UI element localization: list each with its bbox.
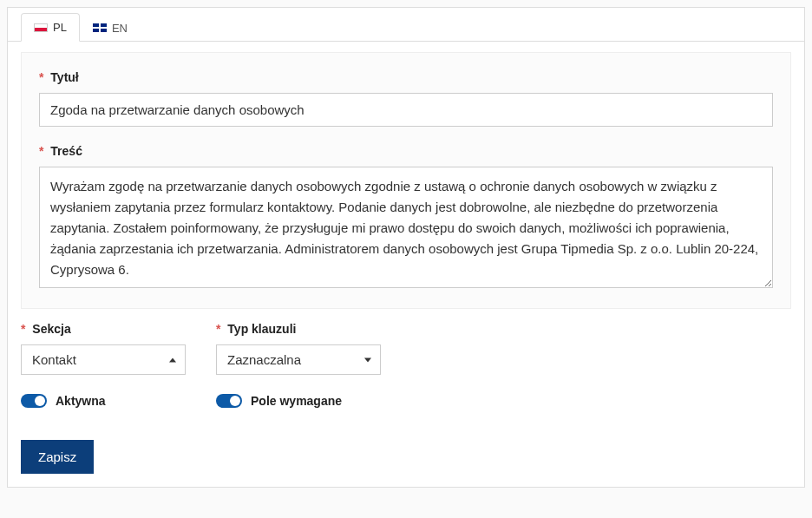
section-label: * Sekcja <box>21 322 199 336</box>
tab-content-pl: * Tytuł * Treść Wyrażam zgodę na przetwa… <box>21 52 791 309</box>
form-footer: Zapisz <box>8 427 804 487</box>
title-label: * Tytuł <box>39 70 773 84</box>
required-toggle-label: Pole wymagane <box>251 394 342 408</box>
flag-en-icon <box>93 23 107 32</box>
tab-pl-label: PL <box>53 21 67 34</box>
content-field: * Treść Wyrażam zgodę na przetwarzanie d… <box>39 144 773 291</box>
chevron-down-icon <box>364 357 371 362</box>
toggles-row: Aktywna Pole wymagane <box>8 394 804 408</box>
clause-type-label: * Typ klauzuli <box>216 322 394 336</box>
language-tabs: PL EN <box>8 8 804 42</box>
chevron-up-icon <box>169 357 176 362</box>
title-field: * Tytuł <box>39 70 773 127</box>
save-button[interactable]: Zapisz <box>21 440 94 474</box>
form-container: PL EN * Tytuł * Treść Wyrażam zgodę na p… <box>7 7 805 488</box>
options-row: * Sekcja Kontakt * Typ klauzuli Zaznacza… <box>8 322 804 375</box>
clause-type-field: * Typ klauzuli Zaznaczalna <box>216 322 394 375</box>
active-toggle[interactable] <box>21 394 47 408</box>
required-star-icon: * <box>39 70 43 84</box>
content-textarea[interactable]: Wyrażam zgodę na przetwarzanie danych os… <box>39 167 773 288</box>
content-label: * Treść <box>39 144 773 158</box>
required-star-icon: * <box>216 322 220 336</box>
active-toggle-label: Aktywna <box>56 394 106 408</box>
section-select[interactable]: Kontakt <box>21 344 186 375</box>
tab-en-label: EN <box>112 22 128 35</box>
clause-type-value: Zaznaczalna <box>227 352 301 367</box>
section-field: * Sekcja Kontakt <box>21 322 199 375</box>
active-toggle-field: Aktywna <box>21 394 199 408</box>
required-toggle-field: Pole wymagane <box>216 394 394 408</box>
flag-pl-icon <box>34 23 48 32</box>
tab-en[interactable]: EN <box>80 13 141 42</box>
required-toggle[interactable] <box>216 394 242 408</box>
tab-pl[interactable]: PL <box>21 13 80 42</box>
required-star-icon: * <box>21 322 25 336</box>
title-input[interactable] <box>39 93 773 127</box>
required-star-icon: * <box>39 144 43 158</box>
section-value: Kontakt <box>32 352 76 367</box>
clause-type-select[interactable]: Zaznaczalna <box>216 344 381 375</box>
